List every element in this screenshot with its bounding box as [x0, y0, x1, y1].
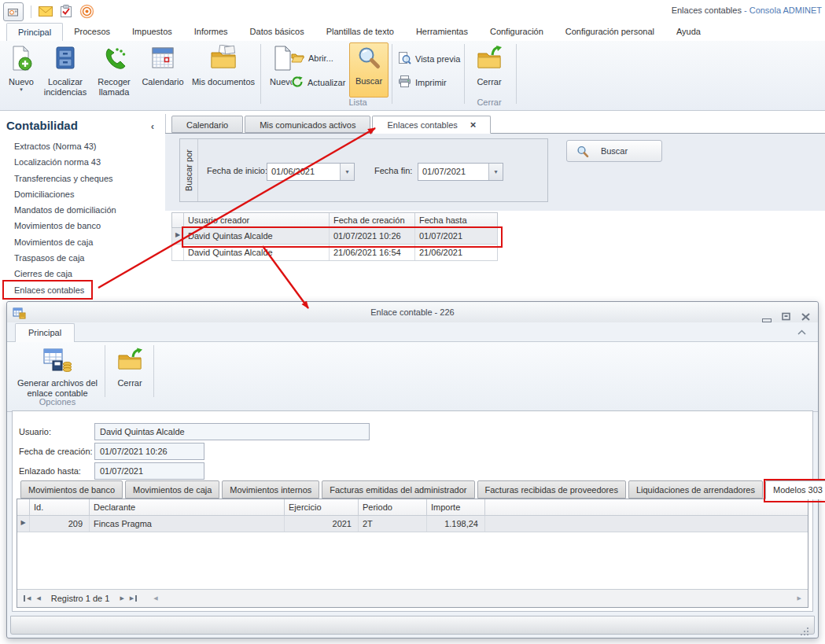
fecha-inicio-value: 01/06/2021: [271, 164, 315, 180]
dialog-tab-principal[interactable]: Principal: [15, 323, 75, 342]
table-row[interactable]: ▶ David Quintas Alcalde 01/07/2021 10:26…: [171, 228, 498, 245]
fecha-inicio-field[interactable]: 01/06/2021 ▾: [267, 163, 355, 181]
fecha-fin-field[interactable]: 01/07/2021 ▾: [418, 163, 503, 181]
generar-archivos-button[interactable]: Generar archivos del enlace contable: [13, 345, 101, 397]
header-declarante[interactable]: Declarante: [90, 499, 285, 515]
ribbon-tab-configuracion-personal[interactable]: Configuración personal: [554, 23, 665, 41]
header-id[interactable]: Id.: [30, 499, 90, 515]
search-icon: [356, 46, 381, 73]
fecha-fin-dropdown[interactable]: ▾: [488, 164, 503, 180]
minimize-icon[interactable]: [762, 318, 772, 322]
sidebar-item-domiciliaciones[interactable]: Domiciliaciones: [14, 186, 74, 202]
mis-documentos-button[interactable]: Mis documentos: [189, 42, 258, 96]
header-ejercicio[interactable]: Ejercicio: [285, 499, 359, 515]
sidebar-collapse-icon[interactable]: ‹: [151, 120, 154, 132]
results-table-header: Usuario creador Fecha de creación Fecha …: [171, 212, 498, 228]
actualizar-button[interactable]: Actualizar: [291, 75, 345, 90]
sidebar-item-mov-banco[interactable]: Movimientos de banco: [14, 218, 101, 234]
tab-movimientos-caja[interactable]: Movimientos de caja: [125, 480, 219, 499]
separator: [516, 44, 517, 104]
close-icon[interactable]: [801, 307, 810, 328]
group-label-opciones: Opciones: [13, 397, 101, 407]
dialog-cerrar-button[interactable]: Cerrar: [109, 345, 150, 397]
ribbon-tab-herramientas[interactable]: Herramientas: [405, 23, 479, 41]
last-record-icon[interactable]: ▶: [130, 595, 137, 602]
table-row[interactable]: ▶ 209 Fincas Pragma 2021 2T 1.198,24: [17, 516, 808, 532]
nuevo-button[interactable]: Nuevo ▾: [3, 42, 39, 96]
tab-liquidaciones[interactable]: Liquidaciones de arrendadores: [628, 480, 763, 499]
prev-record-icon[interactable]: ◀: [36, 595, 40, 602]
resize-grip[interactable]: [807, 627, 808, 629]
tab-facturas-recibidas[interactable]: Facturas recibidas de proveedores: [477, 480, 626, 499]
usuario-field[interactable]: David Quintas Alcalde: [94, 423, 370, 440]
separator: [464, 44, 465, 104]
ribbon-tab-datos-basicos[interactable]: Datos básicos: [239, 23, 315, 41]
ribbon-tab-configuracion[interactable]: Configuración: [479, 23, 554, 41]
header-fecha-hasta[interactable]: Fecha hasta: [415, 213, 499, 227]
header-importe[interactable]: Importe: [427, 499, 485, 515]
notes-button[interactable]: [60, 5, 72, 19]
ribbon-tab-procesos[interactable]: Procesos: [63, 23, 121, 41]
sidebar-item-enlaces-contables[interactable]: Enlaces contables: [14, 282, 84, 298]
header-indicator: [172, 213, 184, 227]
cerrar-ribbon-button[interactable]: Cerrar: [469, 42, 510, 96]
header-usuario-creador[interactable]: Usuario creador: [184, 213, 330, 227]
broadcast-button[interactable]: [79, 4, 94, 20]
sidebar-item-mandatos[interactable]: Mandatos de domiciliación: [14, 202, 116, 218]
fecha-creacion-field[interactable]: 01/07/2021 10:26: [94, 443, 204, 460]
tab-calendario[interactable]: Calendario: [171, 116, 243, 133]
buscar-ribbon-button[interactable]: Buscar: [349, 42, 389, 98]
scroll-left-icon[interactable]: ◀: [153, 595, 157, 602]
ribbon-tab-informes[interactable]: Informes: [183, 23, 239, 41]
tab-modelos-303[interactable]: Modelos 303: [765, 480, 825, 499]
ribbon-tab-ayuda[interactable]: Ayuda: [665, 23, 712, 41]
buscar-button[interactable]: Buscar: [566, 140, 662, 162]
mis-documentos-button-label: Mis documentos: [192, 77, 255, 87]
header-periodo[interactable]: Periodo: [359, 499, 427, 515]
ribbon-tab-principal[interactable]: Principal: [6, 23, 63, 42]
app-menu-button[interactable]: [3, 2, 24, 21]
sidebar-item-traspasos[interactable]: Traspasos de caja: [14, 250, 84, 266]
header-fecha-creacion[interactable]: Fecha de creación: [330, 213, 415, 227]
tab-facturas-emitidas[interactable]: Facturas emitidas del administrador: [322, 480, 474, 499]
sidebar-item-transferencias[interactable]: Transferencias y cheques: [14, 171, 113, 186]
fecha-inicio-dropdown[interactable]: ▾: [340, 164, 354, 180]
collapse-ribbon-icon[interactable]: [797, 328, 807, 337]
sidebar-item-mov-caja[interactable]: Movimientos de caja: [14, 234, 93, 250]
vista-previa-button[interactable]: Vista previa: [398, 52, 460, 66]
cell-id: 209: [30, 516, 90, 532]
sidebar-item-localizacion[interactable]: Localización norma 43: [14, 154, 101, 170]
buscar-ribbon-button-label: Buscar: [355, 76, 382, 86]
scroll-right-icon[interactable]: ▶: [797, 595, 801, 602]
tab-enlaces-contables[interactable]: Enlaces contables ×: [372, 116, 491, 134]
tab-movimientos-banco[interactable]: Movimientos de banco: [20, 480, 123, 499]
tab-enlaces-contables-label: Enlaces contables: [387, 120, 457, 133]
sidebar-item-cierres[interactable]: Cierres de caja: [14, 266, 72, 282]
tab-mis-comunicados[interactable]: Mis comunicados activos: [245, 116, 370, 133]
cell-declarante: Fincas Pragma: [90, 516, 285, 532]
enlazado-hasta-field[interactable]: 01/07/2021: [94, 462, 204, 480]
sidebar-item-extractos[interactable]: Extractos (Norma 43): [14, 138, 97, 154]
actualizar-button-label: Actualizar: [308, 78, 345, 87]
tab-movimientos-internos[interactable]: Movimientos internos: [222, 480, 319, 499]
fecha-fin-value: 01/07/2021: [422, 164, 466, 180]
mail-button[interactable]: [39, 6, 53, 18]
cell-filler: [485, 516, 808, 532]
imprimir-button[interactable]: Imprimir: [398, 75, 447, 90]
ribbon-tab-impuestos[interactable]: Impuestos: [121, 23, 183, 41]
localizar-incidencias-button[interactable]: Localizar incidencias: [41, 42, 90, 96]
ribbon-tab-plantillas[interactable]: Plantillas de texto: [315, 23, 405, 41]
filter-panel: Buscar por Fecha de inicio: 01/06/2021 ▾…: [179, 138, 548, 202]
window-title: Enlaces contables - Consola ADMINET: [672, 6, 822, 15]
table-row[interactable]: David Quintas Alcalde 21/06/2021 16:54 2…: [171, 245, 498, 261]
calendario-button[interactable]: Calendario: [138, 42, 187, 96]
restore-icon[interactable]: [782, 307, 791, 328]
recoger-llamada-button[interactable]: Recoger llamada: [91, 42, 137, 96]
next-record-icon[interactable]: ▶: [120, 595, 123, 602]
close-tab-icon[interactable]: ×: [470, 120, 477, 133]
first-record-icon[interactable]: ◀: [24, 595, 31, 602]
buscar-button-label: Buscar: [601, 146, 628, 156]
separator: [260, 44, 261, 104]
dialog-titlebar[interactable]: Enlace contable - 226: [7, 302, 818, 322]
abrir-button[interactable]: Abrir...: [291, 52, 333, 64]
